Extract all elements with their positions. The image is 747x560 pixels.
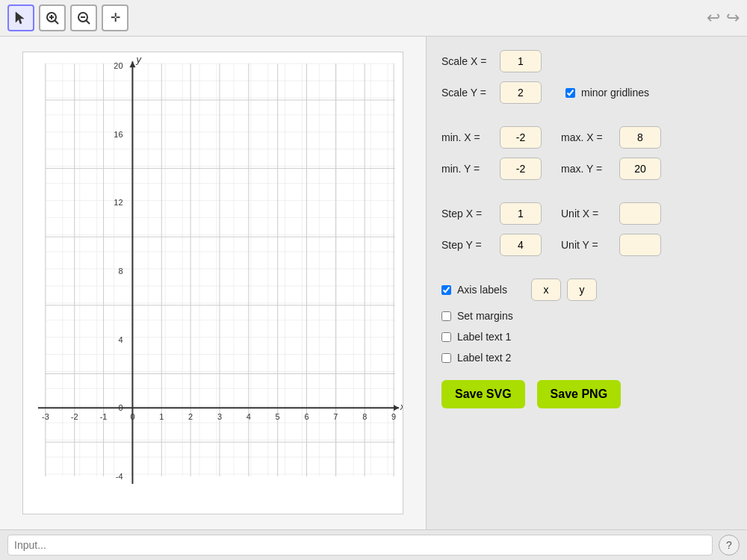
save-png-button[interactable]: Save PNG [537,380,621,408]
svg-text:8: 8 [362,412,367,421]
label-text2-label: Label text 2 [457,352,511,364]
toolbar: ✛ ↩ ↪ [0,0,747,37]
redo-button[interactable]: ↪ [726,8,740,28]
step-x-label: Step X = [441,208,494,220]
svg-text:16: 16 [114,130,123,139]
min-x-label: min. X = [441,131,494,143]
label-text1-row: Label text 1 [441,331,732,343]
save-svg-button[interactable]: Save SVG [441,380,525,408]
unit-y-label: Unit Y = [561,239,613,251]
svg-text:0: 0 [118,403,123,412]
scale-x-row: Scale X = [441,50,732,72]
scale-y-input[interactable] [500,81,542,104]
svg-text:-1: -1 [100,412,108,421]
min-y-label: min. Y = [441,163,494,175]
label-text1-checkbox[interactable] [441,332,451,342]
step-y-input[interactable] [500,234,542,256]
pan-button[interactable]: ✛ [102,4,128,31]
controls-panel: Scale X = Scale Y = minor gridlines min.… [426,37,747,529]
step-unit-y-row: Step Y = Unit Y = [441,234,732,256]
coordinate-graph[interactable]: -3 -2 -1 0 1 2 3 4 5 6 7 8 9 x [22,52,403,514]
svg-text:5: 5 [276,412,280,421]
svg-marker-0 [16,12,24,24]
svg-text:8: 8 [118,267,123,276]
svg-text:✛: ✛ [111,11,120,24]
svg-text:4: 4 [118,335,123,344]
max-y-label: max. Y = [561,163,613,175]
svg-text:1: 1 [159,412,164,421]
max-x-input[interactable] [619,126,661,149]
set-margins-row: Set margins [441,310,732,322]
svg-line-4 [55,21,59,25]
svg-text:2: 2 [188,412,193,421]
svg-text:7: 7 [333,412,338,421]
zoom-out-button[interactable] [70,4,97,31]
label-text2-row: Label text 2 [441,352,732,364]
svg-text:4: 4 [247,412,251,421]
svg-text:12: 12 [114,198,123,207]
unit-y-input[interactable] [619,234,661,256]
max-x-label: max. X = [561,131,613,143]
min-x-input[interactable] [500,126,542,149]
undo-button[interactable]: ↩ [707,8,720,28]
graph-area: -3 -2 -1 0 1 2 3 4 5 6 7 8 9 x [0,37,426,529]
input-field[interactable] [7,535,713,556]
svg-text:9: 9 [391,412,396,421]
minor-gridlines-checkbox[interactable] [565,88,575,98]
label-text2-checkbox[interactable] [441,353,451,363]
scale-x-input[interactable] [500,50,542,72]
label-text1-label: Label text 1 [457,331,511,343]
step-unit-x-row: Step X = Unit X = [441,202,732,225]
svg-text:20: 20 [114,61,123,70]
svg-text:x: x [400,401,403,412]
save-buttons-row: Save SVG Save PNG [441,380,732,408]
zoom-in-button[interactable] [39,4,66,31]
min-y-input[interactable] [500,158,542,180]
undo-redo-group: ↩ ↪ [707,8,740,28]
svg-line-7 [87,21,90,25]
svg-text:6: 6 [304,412,309,421]
minor-gridlines-label: minor gridlines [581,87,649,99]
min-max-x-row: min. X = max. X = [441,126,732,149]
scale-y-label: Scale Y = [441,87,494,99]
min-max-y-row: min. Y = max. Y = [441,158,732,180]
axis-x-button[interactable]: x [531,279,561,301]
select-tool-button[interactable] [7,4,34,31]
axis-y-button[interactable]: y [567,279,597,301]
help-button[interactable]: ? [719,535,740,556]
axis-labels-row: Axis labels x y [441,279,732,301]
step-y-label: Step Y = [441,239,494,251]
svg-text:-3: -3 [42,412,49,421]
svg-text:3: 3 [217,412,222,421]
set-margins-checkbox[interactable] [441,311,451,321]
svg-text:-4: -4 [116,472,123,481]
max-y-input[interactable] [619,158,661,180]
svg-text:-2: -2 [71,412,78,421]
unit-x-input[interactable] [619,202,661,225]
unit-x-label: Unit X = [561,208,613,220]
set-margins-label: Set margins [457,310,513,322]
step-x-input[interactable] [500,202,542,225]
scale-y-row: Scale Y = minor gridlines [441,81,732,104]
bottom-bar: ? [0,529,747,560]
axis-labels-checkbox[interactable] [441,285,451,295]
main-content: -3 -2 -1 0 1 2 3 4 5 6 7 8 9 x [0,37,747,529]
scale-x-label: Scale X = [441,55,494,67]
svg-rect-9 [23,52,403,514]
axis-labels-label: Axis labels [457,284,507,296]
